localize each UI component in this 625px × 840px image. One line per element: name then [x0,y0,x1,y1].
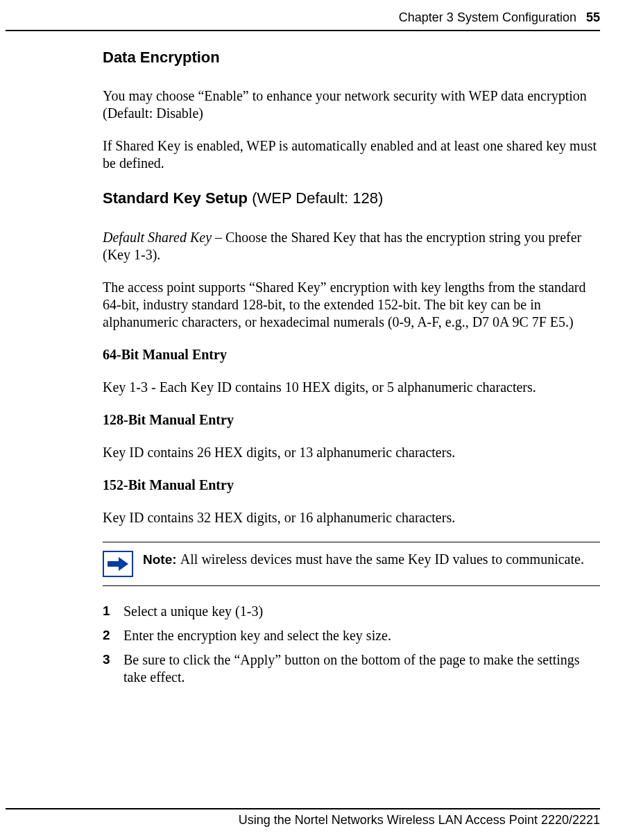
steps-list: Select a unique key (1-3) Enter the encr… [103,603,600,686]
title-regular: (WEP Default: 128) [252,189,383,207]
page-footer: Using the Nortel Networks Wireless LAN A… [6,808,600,828]
text: (Default: Disable) [103,105,203,121]
section-title-data-encryption: Data Encryption [103,48,600,67]
header-page-number: 55 [586,10,600,26]
list-item: Select a unique key (1-3) [103,603,600,620]
step-text: Enter the encryption key and select the … [123,627,391,644]
paragraph: The access point supports “Shared Key” e… [103,279,600,331]
title-bold: Standard Key Setup [103,189,252,207]
section-title-standard-key-setup: Standard Key Setup (WEP Default: 128) [103,189,600,208]
paragraph: Key ID contains 32 HEX digits, or 16 alp… [103,509,600,526]
note-label: Note: [143,552,180,567]
page-content: Data Encryption You may choose “Enable” … [103,31,600,686]
paragraph: Default Shared Key – Choose the Shared K… [103,229,600,264]
paragraph: You may choose “Enable” to enhance your … [103,87,600,122]
paragraph: Key ID contains 26 HEX digits, or 13 alp… [103,444,600,461]
text: You may choose “Enable” to enhance your … [103,88,587,103]
header-chapter: Chapter 3 System Configuration [399,10,576,26]
list-item: Enter the encryption key and select the … [103,627,600,644]
list-item: Be sure to click the “Apply” button on t… [103,651,600,686]
subheading-152bit: 152-Bit Manual Entry [103,477,600,494]
step-text: Be sure to click the “Apply” button on t… [123,651,600,686]
footer-rule [6,808,600,809]
page-header: Chapter 3 System Configuration 55 [0,0,625,30]
italic-text: Default Shared Key [103,230,212,245]
note-text: Note: All wireless devices must have the… [143,551,584,568]
svg-marker-0 [108,557,128,571]
step-text: Select a unique key (1-3) [123,603,263,620]
note-body: All wireless devices must have the same … [180,551,584,567]
note-block: Note: All wireless devices must have the… [103,542,600,586]
subheading-128bit: 128-Bit Manual Entry [103,411,600,429]
subheading-64bit: 64-Bit Manual Entry [103,346,600,363]
paragraph: If Shared Key is enabled, WEP is automat… [103,137,600,172]
paragraph: Key 1-3 - Each Key ID contains 10 HEX di… [103,379,600,396]
arrow-right-icon [103,551,133,577]
footer-text: Using the Nortel Networks Wireless LAN A… [6,812,600,828]
